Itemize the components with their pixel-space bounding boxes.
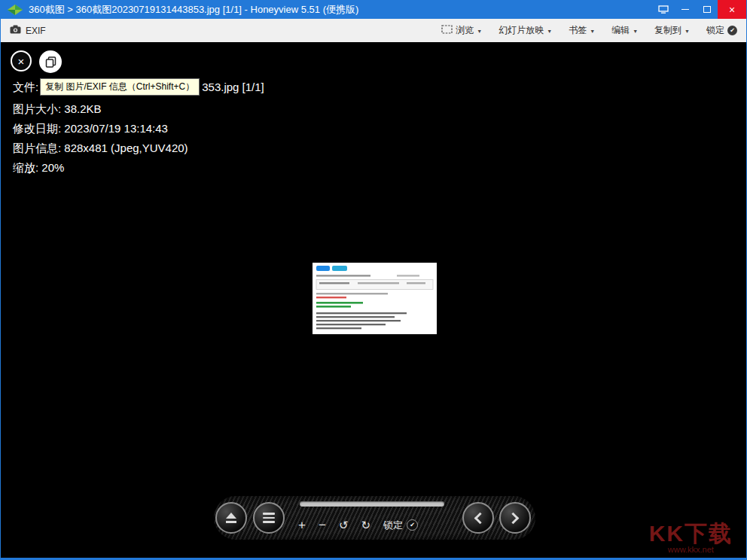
copy-to-button[interactable]: 复制到 ▼	[654, 24, 690, 37]
previous-image-button[interactable]	[462, 502, 494, 534]
zoom-out-button[interactable]: −	[319, 519, 326, 531]
browse-button[interactable]: 浏览 ▼	[441, 24, 482, 37]
monitor-icon	[658, 5, 669, 14]
check-icon: ✔	[727, 26, 737, 35]
maximize-icon	[703, 6, 711, 13]
lock-toggle-button[interactable]: 锁定 ✔	[383, 519, 418, 531]
exif-zoom-line: 缩放: 20%	[13, 161, 264, 174]
chevron-down-icon: ▼	[547, 29, 552, 34]
viewer-area[interactable]: × 文件: 复制 图片/EXIF 信息（Ctrl+Shift+C） 353.jp…	[1, 42, 746, 558]
zoom-in-button[interactable]: +	[298, 519, 306, 531]
watermark: KK下载 www.kkx.net	[649, 522, 733, 555]
window-controls: ×	[652, 0, 746, 19]
chevron-down-icon: ▼	[477, 29, 482, 34]
lock-button[interactable]: 锁定 ✔	[706, 24, 737, 37]
chevron-down-icon: ▼	[684, 29, 690, 34]
rotate-left-button[interactable]: ↺	[339, 519, 349, 531]
menu-icon	[263, 513, 275, 523]
image-content	[313, 263, 437, 334]
exif-indicator: EXIF	[10, 25, 46, 36]
slider-track[interactable]	[300, 501, 444, 507]
zoom-rotate-controls: + − ↺ ↻ 锁定 ✔	[298, 519, 418, 531]
browse-mode-icon	[441, 25, 453, 36]
honeyview-window: 360截图 > 360截图20230719131443853.jpg [1/1]…	[0, 0, 747, 560]
rotate-ccw-icon: ↺	[339, 519, 349, 531]
plus-icon: +	[298, 519, 306, 531]
minimize-button[interactable]	[674, 0, 696, 19]
close-icon: ×	[729, 4, 735, 16]
eject-icon	[226, 513, 236, 523]
check-icon: ✔	[407, 519, 418, 531]
next-image-button[interactable]	[499, 502, 531, 534]
maximize-button[interactable]	[696, 0, 718, 19]
close-button[interactable]: ×	[718, 0, 746, 19]
menu-button[interactable]	[253, 502, 285, 534]
toolbar-buttons: 浏览 ▼ 幻灯片放映 ▼ 书签 ▼ 编辑 ▼ 复制到 ▼ 锁定 ✔	[441, 24, 737, 37]
minus-icon: −	[319, 519, 326, 531]
window-title: 360截图 > 360截图20230719131443853.jpg [1/1]…	[29, 3, 652, 17]
title-bar[interactable]: 360截图 > 360截图20230719131443853.jpg [1/1]…	[1, 0, 746, 19]
honeyview-logo-icon	[7, 4, 23, 16]
watermark-url: www.kkx.net	[649, 545, 733, 554]
chevron-down-icon: ▼	[633, 29, 638, 34]
chevron-down-icon: ▼	[590, 29, 595, 34]
exif-info-panel: 文件: 复制 图片/EXIF 信息（Ctrl+Shift+C） 353.jpg …	[13, 78, 264, 181]
eject-button[interactable]	[215, 502, 247, 534]
rotate-cw-icon: ↻	[361, 519, 370, 531]
copy-exif-tooltip: 复制 图片/EXIF 信息（Ctrl+Shift+C）	[40, 78, 200, 96]
toolbar: EXIF 浏览 ▼ 幻灯片放映 ▼ 书签 ▼ 编辑	[1, 19, 746, 42]
chevron-left-icon	[474, 512, 486, 524]
monitor-button[interactable]	[652, 0, 674, 19]
watermark-text: KK下载	[649, 522, 733, 546]
viewed-image[interactable]	[313, 263, 437, 334]
rotate-right-button[interactable]: ↻	[361, 519, 370, 531]
exif-date-line: 修改日期: 2023/07/19 13:14:43	[13, 122, 264, 135]
exif-format-line: 图片信息: 828x481 (Jpeg,YUV420)	[13, 142, 264, 154]
position-slider[interactable]	[300, 501, 444, 508]
control-bar: + − ↺ ↻ 锁定 ✔	[214, 496, 535, 540]
exif-size-line: 图片大小: 38.2KB	[13, 102, 264, 115]
exif-file-line: 文件: 复制 图片/EXIF 信息（Ctrl+Shift+C） 353.jpg …	[13, 78, 264, 96]
slideshow-button[interactable]: 幻灯片放映 ▼	[499, 24, 552, 37]
bookmarks-button[interactable]: 书签 ▼	[569, 24, 595, 37]
exif-label: EXIF	[26, 26, 46, 36]
chevron-right-icon	[508, 512, 520, 524]
edit-button[interactable]: 编辑 ▼	[611, 24, 638, 37]
close-icon: ×	[18, 55, 25, 68]
copy-icon	[45, 56, 56, 68]
copy-exif-button[interactable]	[39, 50, 62, 73]
camera-icon	[10, 25, 21, 36]
close-exif-overlay-button[interactable]: ×	[11, 50, 32, 72]
minimize-icon	[681, 9, 689, 10]
